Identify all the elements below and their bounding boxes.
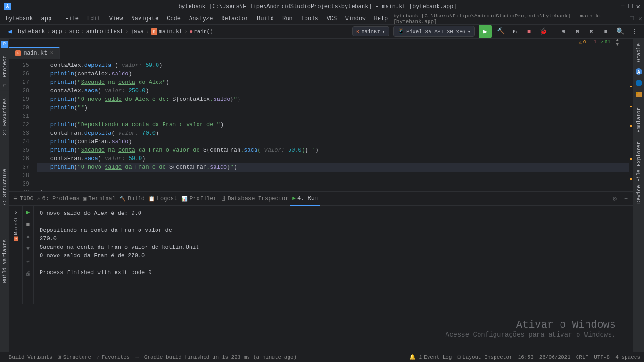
run-tab-close[interactable]: × bbox=[13, 209, 19, 215]
menu-navigate[interactable]: Navigate bbox=[128, 15, 163, 23]
print-button[interactable]: 🖨 bbox=[24, 269, 33, 278]
expand-status-button[interactable]: ⋯ bbox=[135, 354, 139, 360]
status-right: 🔔 1 Event Log ⊟ Layout Inspector 16:53 2… bbox=[409, 354, 640, 360]
menu-view[interactable]: View bbox=[106, 15, 127, 23]
code-line-40: ⊙} bbox=[37, 189, 629, 191]
maximize-button[interactable]: □ bbox=[628, 2, 632, 10]
tab-profiler[interactable]: 📊 Profiler bbox=[179, 192, 219, 206]
menu-refactor[interactable]: Refactor bbox=[217, 15, 252, 23]
code-line-35: println("Sacando na conta da Fran o valo… bbox=[37, 146, 629, 155]
explorer-icon[interactable] bbox=[634, 90, 644, 99]
build-variants-button[interactable]: ≡ Build Variants bbox=[4, 354, 52, 360]
menu-bytebank[interactable]: bytebank bbox=[2, 15, 37, 23]
encoding-value: UTF-8 bbox=[594, 354, 610, 360]
warning-count[interactable]: ⚠ 6 bbox=[578, 40, 586, 45]
stop-run-button[interactable]: ■ bbox=[24, 220, 33, 229]
favorites-tab-label[interactable]: 2: Favorites bbox=[0, 94, 9, 139]
tab-terminal[interactable]: ▣ Terminal bbox=[82, 192, 117, 206]
toolbar-btn-1[interactable]: ⊞ bbox=[557, 25, 570, 38]
build-variants-tab-label[interactable]: Build Variants bbox=[0, 236, 9, 287]
indent-button[interactable]: 4 spaces bbox=[615, 354, 640, 360]
android-studio-icon[interactable]: A bbox=[634, 67, 644, 76]
menu-build[interactable]: Build bbox=[253, 15, 278, 23]
menu-run[interactable]: Run bbox=[279, 15, 297, 23]
run-side-controls: K MainKt × bbox=[9, 206, 23, 304]
menu-edit[interactable]: Edit bbox=[83, 15, 105, 23]
hide-panel-button[interactable]: − bbox=[621, 194, 631, 204]
settings-button[interactable]: ⚙ bbox=[610, 194, 619, 204]
favorites-button[interactable]: ☆ Favorites bbox=[97, 354, 130, 360]
run-output: O novo saldo do Alex é de: 0.0 Depositan… bbox=[34, 206, 633, 304]
scroll-up-button[interactable]: ▲ bbox=[24, 232, 33, 241]
date-display: 26/06/2021 bbox=[539, 354, 570, 360]
code-line-39 bbox=[37, 180, 629, 189]
ok-count[interactable]: ✓ 61 bbox=[601, 40, 611, 45]
tab-problems[interactable]: ⚠ 6: Problems bbox=[35, 192, 82, 206]
tab-build[interactable]: 🔨 Build bbox=[117, 192, 147, 206]
more-options-button[interactable]: ⋮ bbox=[628, 25, 640, 38]
menu-analyze[interactable]: Analyze bbox=[185, 15, 216, 23]
tab-todo[interactable]: ☰ TODO bbox=[11, 192, 35, 206]
toolbar-btn-2[interactable]: ⊟ bbox=[571, 25, 584, 38]
menu-code[interactable]: Code bbox=[163, 15, 184, 23]
scrollbar-track[interactable] bbox=[629, 59, 633, 191]
structure-tab-label[interactable]: 7: Structure bbox=[0, 165, 9, 210]
tab-close-button[interactable]: × bbox=[50, 50, 53, 57]
output-line-1: O novo saldo do Alex é de: 0.0 bbox=[40, 209, 627, 218]
minimize-button[interactable]: − bbox=[621, 2, 625, 10]
ok-number: 61 bbox=[605, 40, 611, 45]
search-button[interactable]: 🔍 bbox=[614, 25, 626, 38]
toolbar-btn-4[interactable]: ≡ bbox=[600, 25, 612, 38]
gradle-panel-button[interactable]: Gradle bbox=[634, 39, 644, 67]
layout-inspector-label: Layout Inspector bbox=[462, 354, 512, 360]
scroll-down-button[interactable]: ▼ bbox=[24, 244, 33, 254]
project-panel-button[interactable]: P bbox=[1, 41, 8, 48]
line-ending-button[interactable]: CRLF bbox=[576, 354, 588, 360]
run-tab-header[interactable]: K MainKt × bbox=[13, 207, 19, 243]
close-button[interactable]: ✕ bbox=[636, 2, 640, 10]
event-count: 🔔 1 bbox=[409, 354, 422, 360]
edge-icon[interactable] bbox=[634, 78, 644, 88]
back-button[interactable]: ◀ bbox=[4, 25, 16, 38]
logcat-label: Logcat bbox=[157, 196, 177, 202]
tab-bar: K main.kt × bbox=[9, 46, 633, 59]
device-config-selector[interactable]: 📱 Pixel_3a_API_30_x86 ▾ bbox=[393, 26, 475, 37]
sync-button[interactable]: ↻ bbox=[509, 25, 521, 38]
tab-logcat[interactable]: 📋 Logcat bbox=[147, 192, 179, 206]
breadcrumb-app: app bbox=[52, 28, 62, 35]
project-tab-label[interactable]: 1: Project bbox=[0, 52, 9, 90]
menu-help[interactable]: Help bbox=[370, 15, 391, 23]
emulator-panel-button[interactable]: Emulator bbox=[634, 103, 644, 137]
encoding-button[interactable]: UTF-8 bbox=[594, 354, 610, 360]
menu-app[interactable]: app bbox=[38, 15, 56, 23]
code-line-30: println("") bbox=[37, 104, 629, 112]
debug-button[interactable]: 🐞 bbox=[537, 25, 549, 38]
problems-icon: ⚠ bbox=[37, 196, 41, 202]
run-button[interactable]: ▶ bbox=[479, 25, 492, 38]
error-count[interactable]: ↑ 1 bbox=[590, 40, 597, 45]
tab-database-inspector[interactable]: 🗄 Database Inspector bbox=[219, 192, 291, 206]
window-controls[interactable]: − □ ✕ bbox=[621, 2, 640, 10]
menu-tools[interactable]: Tools bbox=[297, 15, 322, 23]
event-log-button[interactable]: 🔔 1 Event Log bbox=[409, 354, 452, 360]
menu-file[interactable]: File bbox=[61, 15, 83, 23]
structure-button[interactable]: ⊞ Structure bbox=[58, 354, 91, 360]
code-content[interactable]: contaAlex.deposita ( valor: 50.0) printl… bbox=[33, 59, 629, 191]
code-line-34: println(contaFran.saldo) bbox=[37, 138, 629, 146]
breadcrumb-src: src bbox=[69, 28, 79, 35]
toolbar-btn-3[interactable]: ⊠ bbox=[586, 25, 598, 38]
stop-button[interactable]: ■ bbox=[523, 25, 535, 38]
editor-tab-main-kt[interactable]: K main.kt × bbox=[9, 47, 60, 59]
nav-arrows[interactable]: ▲ ▼ bbox=[616, 39, 619, 47]
restart-run-button[interactable]: ▶ bbox=[24, 207, 33, 217]
todo-label: TODO bbox=[20, 196, 33, 202]
favorites-icon: ☆ bbox=[97, 354, 100, 360]
run-config-selector[interactable]: K MainKt ▾ bbox=[352, 26, 389, 36]
layout-inspector-button[interactable]: ⊟ Layout Inspector bbox=[457, 354, 512, 360]
menu-window[interactable]: Window bbox=[341, 15, 369, 23]
build-button[interactable]: 🔨 bbox=[495, 25, 507, 38]
tab-run[interactable]: ▶ 4: Run bbox=[290, 192, 320, 206]
menu-vcs[interactable]: VCS bbox=[323, 15, 341, 23]
device-file-explorer-button[interactable]: Device File Explorer bbox=[634, 137, 644, 208]
soft-wrap-button[interactable]: ↩ bbox=[24, 256, 33, 266]
